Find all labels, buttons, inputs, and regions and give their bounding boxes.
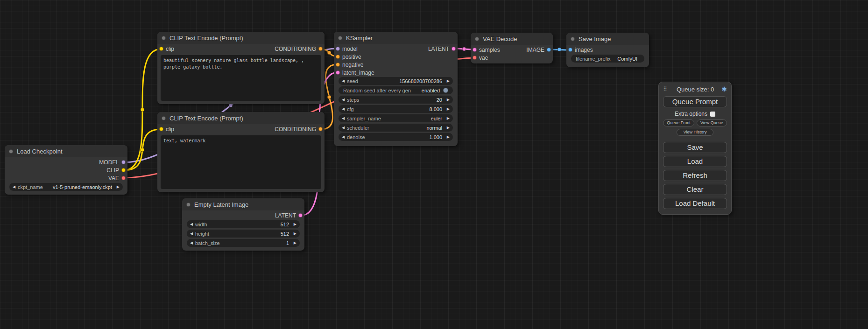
collapse-dot-icon[interactable] bbox=[9, 149, 13, 154]
node-title-bar[interactable]: CLIP Text Encode (Prompt) bbox=[157, 112, 325, 124]
input-slot-clip[interactable]: clip bbox=[157, 46, 174, 52]
widget-cfg[interactable]: ◀ cfg 8.000 ▶ bbox=[339, 105, 453, 113]
latent-slot-dot[interactable] bbox=[452, 47, 456, 51]
widget-scheduler[interactable]: ◀ scheduler normal ▶ bbox=[339, 124, 453, 132]
arrow-right-icon[interactable]: ▶ bbox=[445, 79, 450, 83]
clip-slot-dot[interactable] bbox=[121, 168, 126, 172]
collapse-dot-icon[interactable] bbox=[162, 116, 166, 120]
input-slot-negative[interactable]: negative bbox=[334, 62, 363, 68]
view-queue-button[interactable]: View Queue bbox=[697, 119, 727, 126]
widget-denoise[interactable]: ◀ denoise 1.000 ▶ bbox=[339, 133, 453, 141]
clip-slot-dot[interactable] bbox=[159, 127, 163, 131]
latent-slot-dot[interactable] bbox=[336, 70, 340, 75]
collapse-dot-icon[interactable] bbox=[186, 203, 191, 207]
model-slot-dot[interactable] bbox=[336, 47, 340, 51]
load-button[interactable]: Load bbox=[663, 156, 727, 167]
input-slot-model[interactable]: model bbox=[334, 46, 358, 52]
collapse-dot-icon[interactable] bbox=[162, 36, 166, 40]
arrow-left-icon[interactable]: ◀ bbox=[190, 241, 195, 245]
view-history-button[interactable]: View History bbox=[677, 129, 713, 136]
input-slot-vae[interactable]: vae bbox=[471, 55, 488, 61]
node-save-image[interactable]: Save Image images filename_prefix ComfyU… bbox=[566, 33, 649, 67]
latent-slot-dot[interactable] bbox=[473, 48, 477, 52]
collapse-dot-icon[interactable] bbox=[571, 37, 575, 41]
output-slot-vae[interactable]: VAE bbox=[108, 175, 127, 182]
node-title-bar[interactable]: Load Checkpoint bbox=[5, 145, 127, 157]
arrow-left-icon[interactable]: ◀ bbox=[342, 116, 347, 120]
widget-random-seed-toggle[interactable]: Random seed after every gen enabled bbox=[339, 86, 453, 94]
output-slot-image[interactable]: IMAGE bbox=[526, 47, 553, 53]
output-slot-model[interactable]: MODEL bbox=[99, 159, 127, 166]
conditioning-slot-dot[interactable] bbox=[336, 55, 340, 59]
arrow-right-icon[interactable]: ▶ bbox=[445, 107, 450, 111]
arrow-left-icon[interactable]: ◀ bbox=[342, 126, 347, 130]
arrow-left-icon[interactable]: ◀ bbox=[342, 107, 347, 111]
queue-prompt-button[interactable]: Queue Prompt bbox=[663, 96, 727, 107]
node-graph-canvas[interactable]: Load Checkpoint MODEL CLIP VAE bbox=[0, 0, 868, 329]
image-slot-dot[interactable] bbox=[568, 48, 572, 52]
node-vae-decode[interactable]: VAE Decode samples IMAGE vae bbox=[471, 33, 553, 63]
widget-width[interactable]: ◀ width 512 ▶ bbox=[187, 220, 300, 228]
arrow-left-icon[interactable]: ◀ bbox=[342, 79, 347, 83]
input-slot-samples[interactable]: samples bbox=[471, 47, 500, 53]
output-slot-conditioning[interactable]: CONDITIONING bbox=[275, 46, 325, 52]
vae-slot-dot[interactable] bbox=[121, 176, 126, 180]
settings-gear-icon[interactable]: ✱ bbox=[721, 85, 727, 93]
arrow-left-icon[interactable]: ◀ bbox=[342, 98, 347, 102]
node-title-bar[interactable]: Save Image bbox=[566, 33, 649, 45]
conditioning-slot-dot[interactable] bbox=[336, 63, 340, 67]
arrow-right-icon[interactable]: ▶ bbox=[445, 126, 450, 130]
node-title-bar[interactable]: Empty Latent Image bbox=[182, 198, 304, 210]
output-slot-latent[interactable]: LATENT bbox=[275, 212, 304, 219]
widget-seed[interactable]: ◀ seed 156680208700286 ▶ bbox=[339, 77, 453, 85]
prompt-textarea[interactable]: beautiful scenery nature glass bottle la… bbox=[161, 55, 321, 101]
conditioning-slot-dot[interactable] bbox=[318, 127, 323, 131]
vae-slot-dot[interactable] bbox=[473, 56, 477, 60]
node-empty-latent-image[interactable]: Empty Latent Image LATENT ◀ width 512 ▶ … bbox=[182, 198, 304, 251]
input-slot-clip[interactable]: clip bbox=[157, 126, 174, 133]
clear-button[interactable]: Clear bbox=[663, 184, 727, 195]
node-load-checkpoint[interactable]: Load Checkpoint MODEL CLIP VAE bbox=[5, 145, 127, 195]
latent-slot-dot[interactable] bbox=[298, 213, 303, 217]
arrow-right-icon[interactable]: ▶ bbox=[445, 116, 450, 120]
output-slot-conditioning[interactable]: CONDITIONING bbox=[275, 126, 325, 133]
toggle-indicator-icon[interactable] bbox=[443, 88, 448, 93]
model-slot-dot[interactable] bbox=[121, 160, 126, 164]
arrow-left-icon[interactable]: ◀ bbox=[190, 231, 195, 236]
collapse-dot-icon[interactable] bbox=[338, 36, 342, 40]
node-ksampler[interactable]: KSampler model LATENT positive bbox=[334, 32, 458, 146]
widget-ckpt-name[interactable]: ◀ ckpt_name v1-5-pruned-emaonly.ckpt ▶ bbox=[9, 183, 123, 191]
refresh-button[interactable]: Refresh bbox=[663, 170, 727, 181]
widget-filename-prefix[interactable]: filename_prefix ComfyUI bbox=[571, 55, 644, 63]
load-default-button[interactable]: Load Default bbox=[663, 198, 727, 209]
input-slot-positive[interactable]: positive bbox=[334, 54, 361, 60]
widget-height[interactable]: ◀ height 512 ▶ bbox=[187, 230, 300, 238]
queue-front-button[interactable]: Queue Front bbox=[663, 119, 694, 126]
widget-batch-size[interactable]: ◀ batch_size 1 ▶ bbox=[187, 239, 300, 247]
arrow-right-icon[interactable]: ▶ bbox=[291, 231, 296, 236]
queue-menu-panel[interactable]: ⠿ Queue size: 0 ✱ Queue Prompt Extra opt… bbox=[658, 82, 732, 215]
arrow-right-icon[interactable]: ▶ bbox=[291, 241, 296, 245]
arrow-right-icon[interactable]: ▶ bbox=[445, 135, 450, 139]
node-clip-text-encode-negative[interactable]: CLIP Text Encode (Prompt) clip CONDITION… bbox=[157, 112, 325, 192]
input-slot-latent-image[interactable]: latent_image bbox=[334, 70, 374, 76]
collapse-dot-icon[interactable] bbox=[475, 37, 479, 41]
output-slot-clip[interactable]: CLIP bbox=[106, 167, 127, 174]
node-title-bar[interactable]: VAE Decode bbox=[471, 33, 553, 45]
input-slot-images[interactable]: images bbox=[566, 47, 593, 53]
clip-slot-dot[interactable] bbox=[159, 47, 163, 51]
output-slot-latent[interactable]: LATENT bbox=[428, 46, 458, 52]
arrow-left-icon[interactable]: ◀ bbox=[13, 185, 18, 189]
conditioning-slot-dot[interactable] bbox=[318, 47, 323, 51]
arrow-left-icon[interactable]: ◀ bbox=[342, 135, 347, 139]
widget-steps[interactable]: ◀ steps 20 ▶ bbox=[339, 96, 453, 104]
drag-handle-icon[interactable]: ⠿ bbox=[663, 86, 667, 92]
arrow-right-icon[interactable]: ▶ bbox=[445, 98, 450, 102]
node-title-bar[interactable]: CLIP Text Encode (Prompt) bbox=[157, 32, 325, 44]
save-button[interactable]: Save bbox=[663, 142, 727, 153]
prompt-textarea[interactable]: text, watermark bbox=[161, 135, 321, 189]
arrow-left-icon[interactable]: ◀ bbox=[190, 222, 195, 226]
node-title-bar[interactable]: KSampler bbox=[334, 32, 458, 44]
arrow-right-icon[interactable]: ▶ bbox=[114, 185, 120, 189]
image-slot-dot[interactable] bbox=[547, 48, 551, 52]
